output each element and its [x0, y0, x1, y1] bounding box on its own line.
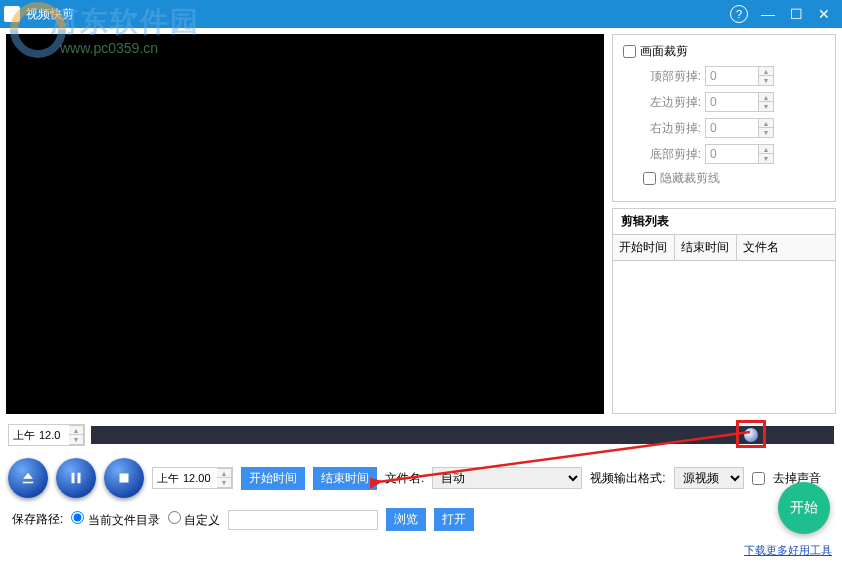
titlebar: 视频快剪 ? — ☐ ✕	[0, 0, 842, 28]
stop-button[interactable]	[104, 458, 144, 498]
footer-download-link[interactable]: 下载更多好用工具	[744, 543, 832, 558]
filename-label: 文件名:	[385, 470, 424, 487]
crop-right-input[interactable]	[705, 118, 759, 138]
timeline-track[interactable]	[91, 426, 834, 444]
save-custom-dir-option[interactable]: 自定义	[168, 511, 220, 529]
eject-button[interactable]	[8, 458, 48, 498]
window-title: 视频快剪	[26, 6, 730, 23]
crop-right-spinner[interactable]: ▲▼	[759, 118, 774, 138]
crop-left-label: 左边剪掉:	[643, 94, 701, 111]
crop-top-label: 顶部剪掉:	[643, 68, 701, 85]
minimize-button[interactable]: —	[754, 0, 782, 28]
mute-checkbox[interactable]	[752, 472, 765, 485]
crop-enable-checkbox[interactable]	[623, 45, 636, 58]
output-format-select[interactable]: 源视频	[674, 467, 744, 489]
col-end-time[interactable]: 结束时间	[675, 235, 737, 260]
crop-bottom-input[interactable]	[705, 144, 759, 164]
save-current-dir-option[interactable]: 当前文件目录	[71, 511, 159, 529]
set-start-time-button[interactable]: 开始时间	[241, 467, 305, 490]
crop-left-input[interactable]	[705, 92, 759, 112]
close-button[interactable]: ✕	[810, 0, 838, 28]
output-format-label: 视频输出格式:	[590, 470, 665, 487]
open-button[interactable]: 打开	[434, 508, 474, 531]
control-time-input[interactable]: 上午 ▲▼	[152, 467, 233, 489]
pause-button[interactable]	[56, 458, 96, 498]
crop-top-spinner[interactable]: ▲▼	[759, 66, 774, 86]
save-path-input[interactable]	[228, 510, 378, 530]
col-filename[interactable]: 文件名	[737, 235, 835, 260]
crop-bottom-spinner[interactable]: ▲▼	[759, 144, 774, 164]
crop-left-spinner[interactable]: ▲▼	[759, 92, 774, 112]
clip-list-title: 剪辑列表	[613, 209, 835, 234]
help-icon[interactable]: ?	[730, 5, 748, 23]
svg-rect-2	[120, 474, 129, 483]
crop-enable-label: 画面裁剪	[640, 43, 688, 60]
crop-top-input[interactable]	[705, 66, 759, 86]
col-start-time[interactable]: 开始时间	[613, 235, 675, 260]
filename-select[interactable]: 自动	[432, 467, 582, 489]
set-end-time-button[interactable]: 结束时间	[313, 467, 377, 490]
timeline-thumb[interactable]	[744, 428, 758, 442]
crop-panel: 画面裁剪 顶部剪掉: ▲▼ 左边剪掉: ▲▼ 右边剪掉:	[612, 34, 836, 202]
maximize-button[interactable]: ☐	[782, 0, 810, 28]
hide-crop-lines-label: 隐藏裁剪线	[660, 170, 720, 187]
hide-crop-lines-checkbox[interactable]	[643, 172, 656, 185]
timeline-time-input[interactable]: 上午 ▲▼	[8, 424, 85, 446]
start-button[interactable]: 开始	[778, 482, 830, 534]
browse-button[interactable]: 浏览	[386, 508, 426, 531]
crop-bottom-label: 底部剪掉:	[643, 146, 701, 163]
app-icon	[4, 6, 20, 22]
video-preview[interactable]	[6, 34, 604, 414]
save-path-label: 保存路径:	[12, 511, 63, 528]
crop-right-label: 右边剪掉:	[643, 120, 701, 137]
clip-list-body[interactable]	[613, 261, 835, 413]
clip-list-panel: 剪辑列表 开始时间 结束时间 文件名	[612, 208, 836, 414]
